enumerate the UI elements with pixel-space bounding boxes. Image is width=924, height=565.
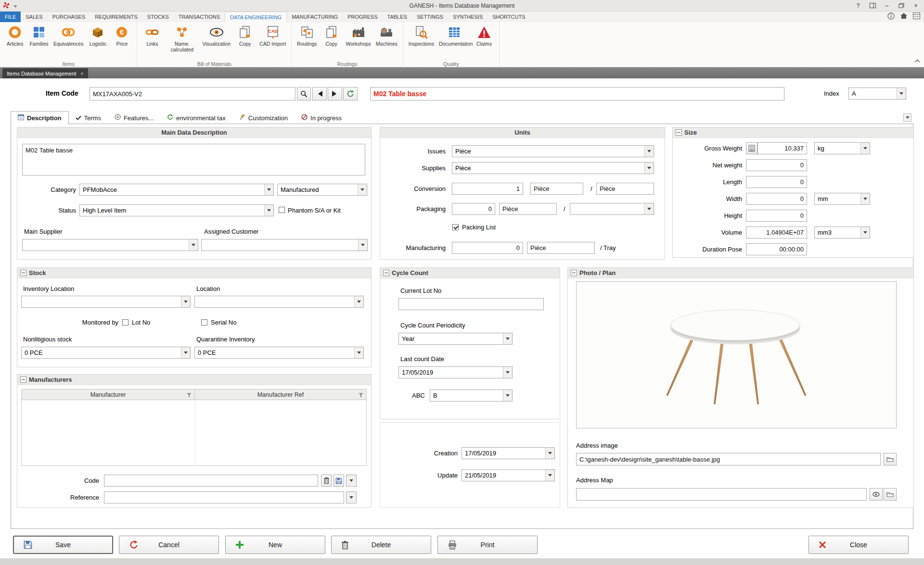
supplies-select[interactable]: Pièce xyxy=(452,162,654,174)
menu-tab-requirements[interactable]: REQUIREMENTS xyxy=(90,12,142,22)
ribbon-workshops-button[interactable]: Workshops xyxy=(344,24,373,48)
menu-tab-synthesis[interactable]: SYNTHESIS xyxy=(448,12,488,22)
ribbon-articles-button[interactable]: Articles xyxy=(3,24,27,48)
menu-tab-manufacturing[interactable]: MANUFACTURING xyxy=(287,12,343,22)
packaging-input[interactable] xyxy=(452,203,495,215)
width-input[interactable] xyxy=(746,193,807,205)
duration-pose-input[interactable] xyxy=(746,243,807,255)
ribbon-machines-button[interactable]: Machines xyxy=(373,24,400,48)
current-lot-input[interactable] xyxy=(398,298,544,310)
menu-tab-shortcuts[interactable]: SHORTCUTS xyxy=(488,12,530,22)
periodicity-select[interactable]: Year xyxy=(398,333,513,345)
ribbon-copy-bom-button[interactable]: Copy xyxy=(233,24,257,48)
packaging-unit2-select[interactable] xyxy=(570,203,654,215)
abc-select[interactable]: B xyxy=(430,389,513,402)
collapse-button[interactable] xyxy=(383,270,389,276)
save-button[interactable]: Save xyxy=(13,536,113,554)
close-form-button[interactable]: Close xyxy=(808,536,909,554)
manufacturing-unit-field[interactable]: Pièce xyxy=(527,242,595,254)
lot-no-checkbox[interactable] xyxy=(122,319,128,326)
reference-dropdown-button[interactable] xyxy=(346,491,357,503)
ribbon-documentation-button[interactable]: Documentation xyxy=(436,24,472,48)
browse-map-button[interactable] xyxy=(884,488,897,501)
menu-tab-purchases[interactable]: PURCHASES xyxy=(48,12,90,22)
address-image-input[interactable] xyxy=(576,453,881,465)
ribbon-claims-button[interactable]: Claims xyxy=(472,24,496,48)
menu-tab-stocks[interactable]: STOCKS xyxy=(142,12,174,22)
menu-tab-tables[interactable]: TABLES xyxy=(383,12,412,22)
delete-manufacturer-button[interactable] xyxy=(321,475,332,487)
restore-button[interactable] xyxy=(894,0,909,11)
gross-weight-unit-select[interactable]: kg xyxy=(814,142,870,154)
last-count-date-select[interactable]: 17/05/2019 xyxy=(398,366,513,378)
cancel-button[interactable]: Cancel xyxy=(119,536,219,554)
calculator-button[interactable] xyxy=(746,142,757,154)
packing-list-checkbox[interactable] xyxy=(452,224,459,230)
tab-description[interactable]: Description xyxy=(11,111,69,125)
filter-icon[interactable] xyxy=(187,392,192,399)
tab-terms[interactable]: Terms xyxy=(69,112,108,124)
volume-unit-select[interactable]: mm3 xyxy=(814,226,870,239)
tab-features[interactable]: Features... xyxy=(108,112,160,124)
ribbon-inspections-button[interactable]: Inspections xyxy=(406,24,436,48)
close-button[interactable]: × xyxy=(909,0,923,11)
info-icon[interactable] xyxy=(887,13,895,22)
tab-overflow-dropdown[interactable] xyxy=(903,113,911,122)
category-select[interactable]: PFMobAcce xyxy=(79,184,274,196)
main-supplier-select[interactable] xyxy=(22,239,198,251)
height-input[interactable] xyxy=(746,210,807,222)
nonlitigious-stock-select[interactable]: 0 PCE xyxy=(21,347,191,359)
previous-record-button[interactable] xyxy=(312,87,327,100)
ribbon-routings-button[interactable]: Routings xyxy=(295,24,319,48)
collapse-button[interactable] xyxy=(676,129,682,136)
menu-tab-transactions[interactable]: TRANSACTIONS xyxy=(174,12,225,22)
collapse-button[interactable] xyxy=(20,270,26,276)
column-header-manufacturer-ref[interactable]: Manufacturer Ref xyxy=(195,389,366,400)
menu-tab-progress[interactable]: PROGRESS xyxy=(343,12,382,22)
new-button[interactable]: New xyxy=(225,536,325,554)
preview-map-button[interactable] xyxy=(870,488,883,501)
next-record-button[interactable] xyxy=(328,87,342,100)
index-select[interactable]: A xyxy=(848,88,906,100)
refresh-button[interactable] xyxy=(343,87,358,100)
search-button[interactable] xyxy=(297,87,311,100)
ribbon-copy-routings-button[interactable]: Copy xyxy=(320,24,344,48)
dimension-unit-select[interactable]: mm xyxy=(814,193,870,205)
address-map-input[interactable] xyxy=(576,488,867,501)
document-tab-close-icon[interactable]: × xyxy=(80,71,83,76)
manufacturing-input[interactable] xyxy=(452,242,523,254)
update-date-select[interactable]: 21/05/2019 xyxy=(462,469,555,481)
collapse-button[interactable] xyxy=(571,270,577,276)
help-button[interactable]: ? xyxy=(851,0,865,11)
panel-button[interactable] xyxy=(865,0,880,11)
phantom-checkbox[interactable] xyxy=(279,207,285,213)
conversion-input[interactable] xyxy=(452,183,523,195)
gross-weight-input[interactable] xyxy=(757,142,807,154)
ribbon-name-calculated-button[interactable]: Name. calculated xyxy=(164,24,200,53)
quarantine-inventory-select[interactable]: 0 PCE xyxy=(194,347,364,359)
ribbon-logistic-button[interactable]: Logistic xyxy=(86,24,110,48)
tab-customization[interactable]: Customization xyxy=(232,112,295,124)
volume-input[interactable] xyxy=(746,226,807,239)
save-manufacturer-button[interactable] xyxy=(334,475,344,487)
browse-image-button[interactable] xyxy=(884,453,897,465)
tab-environmental-tax[interactable]: environmental tax xyxy=(160,112,232,124)
length-input[interactable] xyxy=(746,176,807,188)
manufacturer-code-input[interactable] xyxy=(104,475,318,487)
ribbon-collapse-icon[interactable] xyxy=(914,56,920,65)
grid-icon[interactable] xyxy=(913,13,920,21)
creation-date-select[interactable]: 17/05/2019 xyxy=(462,447,555,459)
home-icon[interactable] xyxy=(900,13,908,21)
ribbon-links-button[interactable]: Links xyxy=(140,24,164,48)
ribbon-families-button[interactable]: Families xyxy=(27,24,51,48)
conversion-unit1-field[interactable]: Pièce xyxy=(530,183,583,195)
menu-tab-file[interactable]: FILE xyxy=(0,12,21,22)
item-code-input[interactable] xyxy=(90,87,295,100)
document-tab[interactable]: Items Database Management × xyxy=(2,68,88,78)
ribbon-cad-import-button[interactable]: CADCAD Import xyxy=(257,24,288,48)
designation-textarea[interactable]: M02 Table basse xyxy=(22,144,365,176)
minimize-button[interactable]: – xyxy=(880,0,894,11)
manufacturers-grid[interactable]: Manufacturer Manufacturer Ref xyxy=(21,389,367,466)
manufacturer-reference-input[interactable] xyxy=(104,491,344,503)
collapse-button[interactable] xyxy=(20,377,26,383)
